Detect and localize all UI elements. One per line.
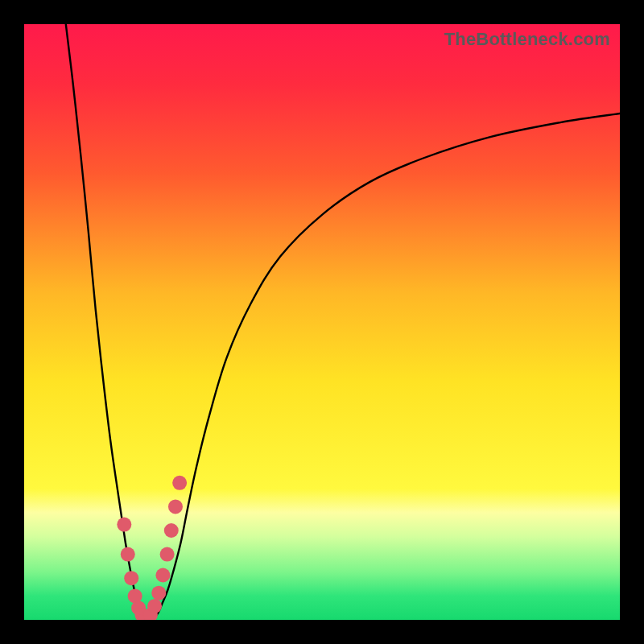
sample-point: [121, 547, 135, 562]
sample-point: [164, 523, 179, 538]
plot-area: TheBottleneck.com: [24, 24, 620, 620]
sample-point: [172, 476, 187, 490]
sample-point: [168, 499, 183, 514]
sample-point: [124, 571, 138, 585]
sample-point: [147, 599, 162, 613]
sample-point: [151, 586, 166, 601]
outer-frame: TheBottleneck.com: [0, 0, 644, 644]
sample-point: [117, 518, 131, 532]
chart-svg: [24, 24, 620, 620]
sample-point: [160, 547, 175, 562]
sample-point: [155, 568, 170, 583]
sample-points-group: [117, 476, 187, 620]
bottleneck-curve: [66, 24, 620, 619]
watermark-text: TheBottleneck.com: [444, 29, 610, 50]
